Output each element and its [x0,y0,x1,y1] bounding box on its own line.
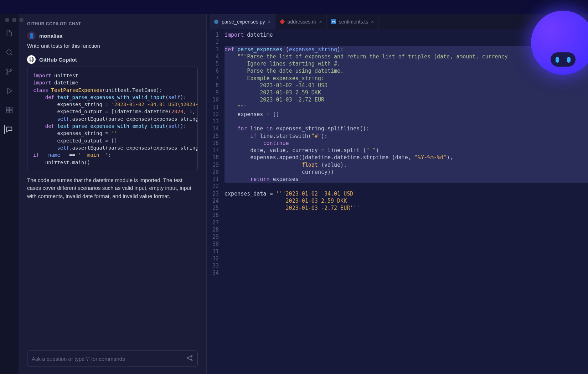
chat-input-field[interactable] [32,356,186,362]
svg-rect-7 [10,110,12,113]
minimize-dot[interactable] [12,18,16,22]
chat-header: GITHUB COPILOT: CHAT [19,14,206,31]
branch-icon[interactable] [5,67,14,76]
svg-rect-16 [567,57,571,63]
search-icon[interactable] [5,48,14,57]
svg-rect-14 [551,52,576,67]
tab-label: parse_expenses.py [222,19,265,25]
files-icon[interactable] [5,28,14,38]
svg-rect-4 [6,107,9,110]
tab-parse_expenses-py[interactable]: parse_expenses.py× [210,14,275,29]
chat-message-bot: GitHub Copilot import unittestimport dat… [27,55,198,200]
tab-label: addresses.rb [288,19,316,25]
titlebar [0,0,588,14]
window-controls [5,18,24,22]
svg-point-2 [6,73,8,74]
chat-panel: GITHUB COPILOT: CHAT 👤 monalisa Write un… [19,14,207,374]
tab-sentiments-ts[interactable]: TSsentiments.ts× [327,14,379,29]
avatar: 👤 [27,31,36,40]
svg-rect-5 [10,107,12,110]
tab-label: sentiments.ts [339,19,368,25]
maximize-dot[interactable] [19,18,24,22]
close-icon[interactable]: × [319,19,322,25]
close-icon[interactable]: × [371,19,374,25]
svg-rect-15 [556,57,559,63]
close-icon[interactable]: × [268,19,270,25]
svg-rect-6 [6,110,9,113]
send-icon[interactable] [186,354,193,363]
bot-explanation: The code assumes that the datetime modul… [27,176,198,201]
user-message-text: Write unit tests for this function [27,43,198,49]
activity-bar [0,14,19,374]
tab-addresses-rb[interactable]: addresses.rb× [275,14,327,29]
svg-point-1 [6,69,8,71]
svg-text:TS: TS [332,20,335,24]
bot-name: GitHub Copilot [39,57,77,63]
code-editor[interactable]: 1import datetime23def parse_expenses (ex… [207,29,588,374]
chat-code-block: import unittestimport datetimeclass Test… [27,67,198,171]
avatar [27,55,36,64]
chat-message-user: 👤 monalisa Write unit tests for this fun… [27,31,198,49]
svg-point-0 [7,50,11,54]
svg-rect-11 [280,19,285,24]
run-icon[interactable] [5,86,14,95]
extensions-icon[interactable] [5,105,14,115]
svg-point-10 [214,19,218,24]
tab-bar: parse_expenses.py×addresses.rb×TSsentime… [207,14,588,29]
editor-panel: parse_expenses.py×addresses.rb×TSsentime… [207,14,588,374]
user-name: monalisa [39,33,62,39]
chat-icon[interactable] [4,125,13,134]
chat-input[interactable] [27,350,198,367]
close-dot[interactable] [5,18,9,22]
svg-point-3 [10,69,12,71]
